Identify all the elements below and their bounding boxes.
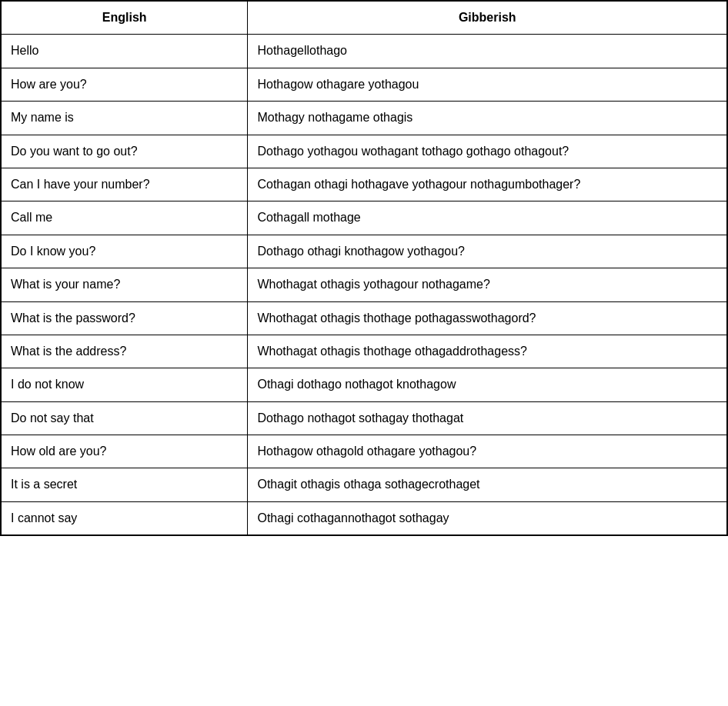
table-row: I do not knowOthagi dothago nothagot kno… [1,368,727,401]
cell-english: What is the address? [1,335,248,368]
cell-gibberish: Whothagat othagis thothage pothagasswoth… [248,301,727,335]
cell-english: I cannot say [1,501,248,535]
cell-gibberish: Dothago yothagou wothagant tothago gotha… [248,135,727,168]
table-row: What is your name?Whothagat othagis yoth… [1,268,727,301]
cell-english: What is your name? [1,268,248,301]
cell-english: Do not say that [1,401,248,435]
cell-gibberish: Hothagellothago [248,35,727,68]
cell-gibberish: Dothago nothagot sothagay thothagat [248,401,727,435]
cell-gibberish: Hothagow othagare yothagou [248,68,727,101]
cell-gibberish: Mothagy nothagame othagis [248,102,727,135]
cell-english: It is a secret [1,468,248,501]
header-english: English [1,1,248,35]
table-row: How are you?Hothagow othagare yothagou [1,68,727,101]
cell-english: How are you? [1,68,248,101]
table-row: What is the password?Whothagat othagis t… [1,301,727,335]
table-row: Can I have your number?Cothagan othagi h… [1,168,727,201]
cell-english: I do not know [1,368,248,401]
cell-gibberish: Othagit othagis othaga sothagecrothaget [248,468,727,501]
cell-english: Call me [1,201,248,235]
table-row: It is a secretOthagit othagis othaga sot… [1,468,727,501]
table-row: Do not say thatDothago nothagot sothagay… [1,401,727,435]
cell-gibberish: Whothagat othagis yothagour nothagame? [248,268,727,301]
table-row: My name isMothagy nothagame othagis [1,102,727,135]
cell-english: How old are you? [1,435,248,468]
table-row: Call meCothagall mothage [1,201,727,235]
cell-gibberish: Dothago othagi knothagow yothagou? [248,235,727,268]
table-header-row: English Gibberish [1,1,727,35]
cell-gibberish: Cothagall mothage [248,201,727,235]
table-row: I cannot sayOthagi cothagannothagot soth… [1,501,727,535]
cell-english: My name is [1,102,248,135]
cell-gibberish: Othagi cothagannothagot sothagay [248,501,727,535]
table-row: Do I know you?Dothago othagi knothagow y… [1,235,727,268]
cell-english: Hello [1,35,248,68]
cell-english: What is the password? [1,301,248,335]
cell-gibberish: Hothagow othagold othagare yothagou? [248,435,727,468]
cell-english: Do I know you? [1,235,248,268]
table-row: How old are you?Hothagow othagold othaga… [1,435,727,468]
table-row: HelloHothagellothago [1,35,727,68]
table-row: What is the address?Whothagat othagis th… [1,335,727,368]
cell-english: Can I have your number? [1,168,248,201]
cell-gibberish: Othagi dothago nothagot knothagow [248,368,727,401]
translation-table-container: English Gibberish HelloHothagellothagoHo… [0,0,728,536]
translation-table: English Gibberish HelloHothagellothagoHo… [0,0,728,536]
table-row: Do you want to go out?Dothago yothagou w… [1,135,727,168]
cell-english: Do you want to go out? [1,135,248,168]
cell-gibberish: Cothagan othagi hothagave yothagour noth… [248,168,727,201]
header-gibberish: Gibberish [248,1,727,35]
cell-gibberish: Whothagat othagis thothage othagaddrotha… [248,335,727,368]
